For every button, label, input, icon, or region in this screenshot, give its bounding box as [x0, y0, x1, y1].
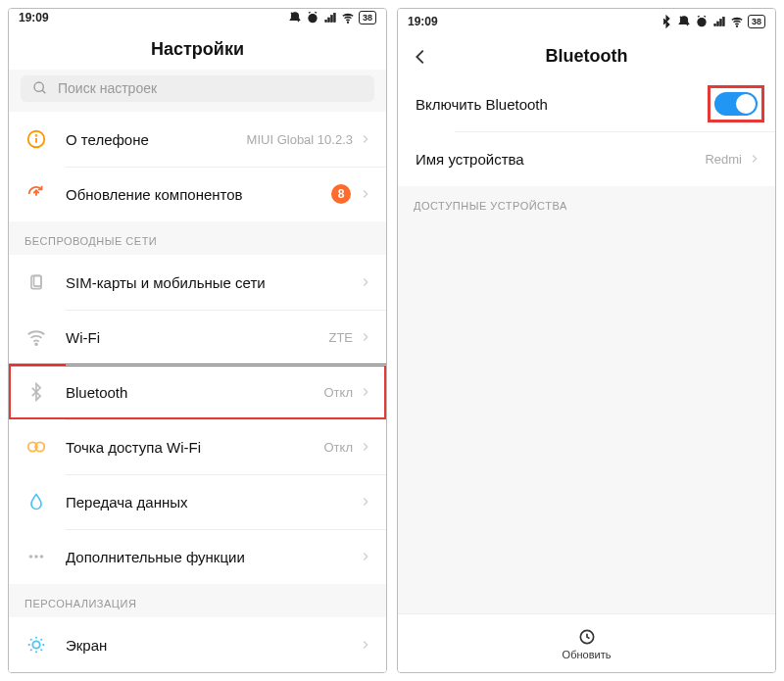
chevron-right-icon	[359, 330, 372, 344]
bluetooth-value: Откл	[324, 385, 354, 400]
signal-icon	[712, 15, 726, 28]
status-icons: 38	[660, 15, 765, 28]
hotspot-row[interactable]: Точка доступа Wi-Fi Откл	[9, 419, 386, 474]
bluetooth-status-icon	[660, 15, 673, 28]
svg-rect-4	[331, 16, 333, 23]
svg-rect-25	[717, 22, 719, 26]
enable-bluetooth-row[interactable]: Включить Bluetooth	[398, 76, 775, 131]
chevron-right-icon	[359, 495, 372, 509]
hotspot-icon	[23, 433, 50, 461]
dnd-icon	[288, 11, 302, 24]
wifi-icon	[341, 11, 355, 24]
bluetooth-title: Bluetooth	[546, 46, 628, 66]
back-button[interactable]	[410, 46, 431, 68]
chevron-left-icon	[410, 46, 431, 68]
available-devices-header: ДОСТУПНЫЕ УСТРОЙСТВА	[398, 186, 775, 219]
search-input[interactable]: Поиск настроек	[21, 75, 374, 102]
wireless-section-header: БЕСПРОВОДНЫЕ СЕТИ	[9, 221, 386, 255]
update-icon	[23, 180, 50, 208]
about-value: MIUI Global 10.2.3	[247, 132, 353, 147]
device-name-value: Redmi	[705, 152, 742, 167]
alarm-icon	[306, 11, 319, 24]
svg-point-11	[36, 135, 37, 136]
clock: 19:09	[408, 15, 438, 28]
more-icon	[23, 543, 50, 570]
chevron-right-icon	[359, 638, 372, 652]
about-phone-row[interactable]: О телефоне MIUI Global 10.2.3	[9, 112, 386, 167]
bluetooth-row[interactable]: Bluetooth Откл	[9, 365, 386, 419]
sim-icon	[23, 268, 50, 296]
sim-label: SIM-карты и мобильные сети	[66, 274, 359, 291]
svg-line-8	[42, 90, 45, 93]
personalization-section-header: ПЕРСОНАЛИЗАЦИЯ	[9, 584, 386, 617]
display-icon	[23, 631, 50, 658]
device-name-row[interactable]: Имя устройства Redmi	[398, 131, 775, 186]
svg-rect-26	[720, 20, 722, 26]
wifi-value: ZTE	[328, 330, 353, 345]
bluetooth-screen: 19:09 38 Bluetooth Включить Bluetooth Им…	[397, 8, 776, 673]
enable-bluetooth-label: Включить Bluetooth	[416, 96, 710, 113]
page-title: Bluetooth	[398, 34, 775, 76]
system-update-row[interactable]: Обновление компонентов 8	[9, 167, 386, 221]
data-usage-row[interactable]: Передача данных	[9, 474, 386, 529]
svg-point-18	[29, 555, 33, 559]
search-icon	[32, 80, 48, 96]
svg-point-21	[32, 641, 39, 648]
svg-rect-3	[328, 18, 330, 23]
update-label: Обновление компонентов	[66, 186, 331, 203]
svg-point-19	[34, 555, 38, 559]
settings-screen: 19:09 38 Настройки Поиск настроек О теле…	[8, 8, 387, 673]
bluetooth-icon	[23, 378, 50, 406]
status-icons: 38	[288, 11, 376, 24]
svg-point-20	[40, 555, 44, 559]
data-label: Передача данных	[66, 494, 359, 511]
more-row[interactable]: Дополнительные функции	[9, 529, 386, 584]
bluetooth-label: Bluetooth	[66, 384, 324, 401]
refresh-button[interactable]: Обновить	[398, 613, 775, 672]
chevron-right-icon	[359, 440, 372, 454]
chevron-right-icon	[359, 385, 372, 399]
chevron-right-icon	[359, 550, 372, 563]
more-label: Дополнительные функции	[66, 549, 359, 565]
hotspot-value: Откл	[324, 440, 354, 455]
chevron-right-icon	[359, 132, 372, 146]
svg-rect-27	[722, 17, 724, 25]
dnd-icon	[677, 15, 691, 28]
status-bar: 19:09 38	[9, 9, 386, 27]
clock: 19:09	[19, 11, 49, 24]
empty-devices-area	[398, 219, 775, 613]
wifi-row[interactable]: Wi-Fi ZTE	[9, 310, 386, 365]
wifi-icon	[730, 15, 744, 28]
wifi-label: Wi-Fi	[66, 329, 328, 346]
battery-level: 38	[359, 11, 376, 24]
sim-row[interactable]: SIM-карты и мобильные сети	[9, 255, 386, 310]
svg-rect-14	[34, 275, 42, 286]
bluetooth-toggle[interactable]	[714, 92, 758, 116]
status-bar: 19:09 38	[398, 9, 775, 34]
svg-point-28	[736, 25, 737, 26]
chevron-right-icon	[359, 275, 372, 289]
refresh-label: Обновить	[563, 649, 612, 660]
signal-icon	[323, 11, 337, 24]
info-icon	[23, 125, 50, 153]
bluetooth-toggle-highlight	[710, 88, 761, 120]
svg-point-7	[34, 82, 43, 91]
wifi-row-icon	[23, 323, 50, 351]
chevron-right-icon	[748, 152, 761, 166]
about-label: О телефоне	[66, 131, 247, 148]
data-icon	[23, 488, 50, 515]
device-name-label: Имя устройства	[416, 151, 705, 168]
display-row[interactable]: Экран	[9, 617, 386, 672]
chevron-right-icon	[359, 187, 372, 201]
update-badge: 8	[331, 184, 351, 204]
page-title: Настройки	[9, 27, 386, 70]
svg-point-15	[35, 343, 37, 345]
svg-rect-5	[333, 14, 335, 23]
svg-rect-24	[714, 24, 716, 25]
alarm-icon	[695, 15, 709, 28]
battery-level: 38	[748, 15, 765, 28]
search-placeholder: Поиск настроек	[58, 80, 157, 96]
hotspot-label: Точка доступа Wi-Fi	[66, 439, 324, 456]
svg-point-6	[347, 22, 348, 23]
display-label: Экран	[66, 637, 359, 654]
